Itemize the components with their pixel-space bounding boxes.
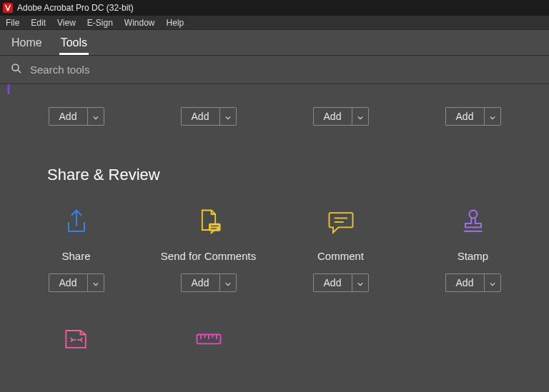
tool-send-for-comments[interactable]: Send for Comments Add <box>142 204 274 292</box>
tool-share[interactable]: Share Add <box>10 204 142 292</box>
chevron-down-icon <box>93 111 99 122</box>
menu-window[interactable]: Window <box>119 16 161 29</box>
add-button[interactable]: Add <box>313 273 352 292</box>
tool-label: Share <box>61 250 90 262</box>
menu-help[interactable]: Help <box>161 16 190 29</box>
send-for-comments-icon <box>193 204 224 240</box>
menu-view[interactable]: View <box>51 16 81 29</box>
add-dropdown[interactable] <box>352 273 369 292</box>
add-dropdown[interactable] <box>87 273 104 292</box>
add-button[interactable]: Add <box>181 107 219 126</box>
svg-line-1 <box>18 70 21 73</box>
tool-measure[interactable] <box>142 321 274 356</box>
section-title: Share & Review <box>47 166 539 184</box>
menu-file[interactable]: File <box>3 16 25 29</box>
add-dropdown[interactable] <box>484 273 501 292</box>
add-button[interactable]: Add <box>49 107 87 126</box>
add-button-group: Add <box>49 107 104 126</box>
add-button-group: Add <box>313 107 369 126</box>
tool-stamp[interactable]: Stamp Add <box>407 204 539 292</box>
add-dropdown[interactable] <box>219 107 237 126</box>
svg-point-0 <box>12 64 19 71</box>
add-button[interactable]: Add <box>49 273 87 292</box>
add-button[interactable]: Add <box>445 273 484 292</box>
add-button-group: Add <box>181 273 237 292</box>
menu-esign[interactable]: E-Sign <box>81 16 119 29</box>
search-input[interactable] <box>30 64 539 76</box>
search-icon <box>10 62 23 78</box>
measure-icon <box>193 321 224 356</box>
add-button-group: Add <box>313 273 369 292</box>
add-button-group: Add <box>445 107 501 126</box>
add-button-group: Add <box>445 273 501 292</box>
tool-label: Stamp <box>458 250 488 262</box>
add-dropdown[interactable] <box>352 107 369 126</box>
tool-comment[interactable]: Comment Add <box>274 204 407 292</box>
chevron-down-icon <box>490 277 495 288</box>
window-title: Adobe Acrobat Pro DC (32-bit) <box>17 3 134 13</box>
app-icon <box>3 3 13 13</box>
add-button[interactable]: Add <box>445 107 484 126</box>
searchbar <box>0 56 549 84</box>
stamp-icon <box>458 204 489 240</box>
add-button[interactable]: Add <box>313 107 352 126</box>
svg-point-8 <box>469 211 477 218</box>
menu-edit[interactable]: Edit <box>25 16 51 29</box>
tabbar: Home Tools <box>0 30 549 56</box>
tab-tools[interactable]: Tools <box>59 32 89 55</box>
tool-label: Comment <box>317 250 364 262</box>
add-dropdown[interactable] <box>219 273 237 292</box>
add-button-group: Add <box>181 107 237 126</box>
tools-content: Add Add Add Add Share & Rev <box>0 84 549 392</box>
tab-home[interactable]: Home <box>10 32 44 55</box>
share-icon <box>61 204 92 240</box>
add-dropdown[interactable] <box>484 107 501 126</box>
tool-label: Send for Comments <box>161 250 256 262</box>
chevron-down-icon <box>93 277 99 288</box>
chevron-down-icon <box>357 111 363 122</box>
titlebar: Adobe Acrobat Pro DC (32-bit) <box>0 0 549 16</box>
add-button[interactable]: Add <box>181 273 219 292</box>
chevron-down-icon <box>490 111 495 122</box>
chevron-down-icon <box>225 111 231 122</box>
add-button-group: Add <box>49 273 104 292</box>
comment-icon <box>325 204 357 240</box>
tool-compare-files[interactable] <box>10 321 142 356</box>
menubar: File Edit View E-Sign Window Help <box>0 16 549 30</box>
add-dropdown[interactable] <box>87 107 104 126</box>
compare-files-icon <box>61 321 92 356</box>
chevron-down-icon <box>357 277 363 288</box>
chevron-down-icon <box>225 277 231 288</box>
svg-rect-3 <box>209 223 221 231</box>
